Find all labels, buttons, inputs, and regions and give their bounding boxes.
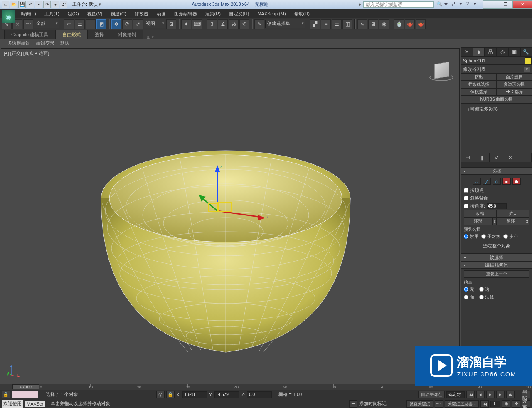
keymode-icon[interactable]: 〰 [435, 400, 443, 408]
chevron-down-icon[interactable]: ▾ [474, 1, 480, 8]
subpanel-paintdeform[interactable]: 绘制变形 [36, 40, 54, 46]
goto-end-icon[interactable]: ⏭ [506, 391, 515, 398]
btn-patchsel[interactable]: 面片选择 [497, 73, 532, 81]
app-menu-button[interactable]: ◉ [2, 10, 15, 23]
subobj-vertex[interactable]: ∴ [473, 178, 481, 185]
tab-freeform[interactable]: 自由形式 [55, 30, 88, 39]
rad-normal[interactable]: 法线 [479, 294, 494, 300]
view-cube[interactable] [429, 60, 453, 84]
btn-loop[interactable]: 循环 [497, 218, 525, 225]
scale-icon[interactable]: ⤢ [133, 19, 143, 29]
help-search-input[interactable]: 键入关键字或短语 [363, 1, 434, 8]
menu-customize[interactable]: 自定义(U) [225, 10, 253, 18]
ref-coord-dropdown[interactable]: 视图 [144, 20, 165, 28]
setkey-button[interactable]: 设置关键点 [406, 400, 433, 408]
curve-editor-icon[interactable]: ∿ [357, 19, 367, 29]
select-region-icon[interactable]: ◻ [86, 19, 96, 29]
menu-grapheditors[interactable]: 图形编辑器 [170, 10, 201, 18]
keyfilter-button[interactable]: 关键点过滤器... [445, 400, 479, 408]
manipulate-icon[interactable]: ✦ [181, 19, 191, 29]
chk-ignore-backfacing[interactable]: 忽略背面 [464, 194, 529, 202]
show-end-icon[interactable]: ∥ [475, 153, 490, 162]
tab-selection[interactable]: 选择 [88, 30, 111, 39]
tab-modify[interactable]: ◗ [473, 47, 485, 57]
graphite-icon[interactable]: ◫ [342, 19, 352, 29]
rad-multi[interactable]: 多个 [503, 233, 518, 240]
tab-motion[interactable]: ◎ [497, 47, 509, 57]
btn-volsel[interactable]: 体积选择 [461, 88, 497, 96]
split-icon[interactable]: 分离 [522, 400, 530, 408]
mirror-icon[interactable]: ▞ [310, 19, 320, 29]
chk-by-vertex[interactable]: 按顶点 [464, 186, 529, 194]
layers-icon[interactable]: ☰ [332, 19, 342, 29]
tab-hierarchy[interactable]: 品 [485, 47, 497, 57]
save-icon[interactable]: 💾 [18, 1, 26, 8]
tab-display[interactable]: ▣ [508, 47, 520, 57]
play-icon[interactable]: ▸ [486, 391, 495, 398]
minimize-button[interactable]: — [483, 0, 498, 9]
select-object-icon[interactable]: ▭ [64, 19, 74, 29]
maxscript-listener[interactable]: MAXScr [25, 401, 45, 407]
subobj-border[interactable]: ◇ [493, 178, 501, 185]
help-icon[interactable]: ? [466, 1, 473, 8]
menu-create[interactable]: 创建(C) [106, 10, 130, 18]
btn-ffdsel[interactable]: FFD 选择 [497, 88, 532, 96]
trackbar-key[interactable] [12, 391, 38, 398]
menu-tools[interactable]: 工具(T) [40, 10, 64, 18]
menu-maxscript[interactable]: MAXScript(M) [253, 10, 290, 17]
use-center-icon[interactable]: ⊡ [166, 19, 176, 29]
modifier-stack[interactable]: ▢ 可编辑多边形 [461, 103, 532, 153]
menu-animation[interactable]: 动画 [153, 10, 170, 18]
menu-group[interactable]: 组(G) [64, 10, 83, 18]
object-color-swatch[interactable] [525, 57, 532, 64]
tab-objectpaint[interactable]: 对象绘制 [111, 30, 143, 39]
ribbon-expand-icon[interactable]: ◫ ▾ [147, 35, 154, 39]
lock-selection-icon[interactable]: 🔒 [166, 391, 175, 398]
make-unique-icon[interactable]: ∀ [490, 153, 504, 162]
window-crossing-icon[interactable]: ◩ [96, 19, 106, 29]
subpanel-polydraw[interactable]: 多边形绘制 [7, 40, 30, 46]
btn-grow[interactable]: 扩大 [497, 210, 530, 218]
frame-field[interactable]: 0 [490, 401, 500, 407]
updates-icon[interactable]: ✦ [459, 1, 466, 8]
chevron-down-icon[interactable]: ▾ [35, 1, 42, 8]
named-selection-dropdown[interactable]: 创建选择集 [265, 20, 305, 28]
exchange-icon[interactable]: ⇄ [451, 1, 458, 8]
isolate-icon[interactable]: ◎ [156, 391, 165, 398]
z-coord-field[interactable]: 0.0 [247, 391, 272, 398]
rad-disable[interactable]: 禁用 [464, 233, 479, 240]
subobj-element[interactable]: ⬢ [512, 178, 521, 185]
y-coord-field[interactable]: -4.579 [214, 391, 239, 398]
btn-repeat-last[interactable]: 重复上一个 [464, 270, 529, 278]
select-by-name-icon[interactable]: ☰ [75, 19, 85, 29]
btn-ring[interactable]: 环形 [464, 218, 493, 225]
keyboard-shortcut-icon[interactable]: ⌨ [192, 19, 202, 29]
chevron-down-icon[interactable]: ▾ [52, 1, 59, 8]
configure-icon[interactable]: ☰ [517, 153, 532, 162]
menu-rendering[interactable]: 渲染(R) [201, 10, 225, 18]
edit-named-sel-icon[interactable]: ✎ [254, 19, 264, 29]
move-icon[interactable]: ✥ [111, 19, 121, 29]
tab-utilities[interactable]: 🔧 [520, 47, 532, 57]
workspace-label[interactable]: 工作台: 默认 [72, 1, 98, 7]
btn-nurbssel[interactable]: NURBS 曲面选择 [461, 96, 532, 103]
lock-ui-icon[interactable]: 🔒 [2, 391, 10, 398]
stack-item-editpoly[interactable]: ▢ 可编辑多边形 [463, 105, 530, 113]
rollout-selection[interactable]: -选择 [461, 167, 532, 175]
angle-snap-icon[interactable]: ∡ [218, 19, 228, 29]
search-icon[interactable]: 🔍 [436, 1, 443, 8]
nav-prev-icon[interactable]: ⏮ [480, 400, 489, 408]
subobj-edge[interactable]: ╱ [483, 178, 491, 185]
btn-extrude[interactable]: 挤出 [461, 73, 497, 81]
time-slider-handle[interactable]: 0 / 100 [12, 384, 39, 389]
subobj-polygon[interactable]: ■ [502, 178, 511, 185]
rad-subobj[interactable]: 子对象 [481, 233, 501, 240]
btn-polysel[interactable]: 多边形选择 [497, 81, 532, 88]
modifier-list-dropdown[interactable]: 修改器列表 [461, 65, 532, 73]
time-tag-icon[interactable]: ☰ [349, 400, 357, 408]
nav-pan-icon[interactable]: ✥ [512, 400, 520, 408]
new-icon[interactable]: ▭ [2, 1, 9, 8]
prev-frame-icon[interactable]: ◂ [476, 391, 485, 398]
viewport-label[interactable]: [+] [正交] [真实 + 边面] [4, 50, 49, 57]
render-icon[interactable]: 🫖 [416, 19, 426, 29]
